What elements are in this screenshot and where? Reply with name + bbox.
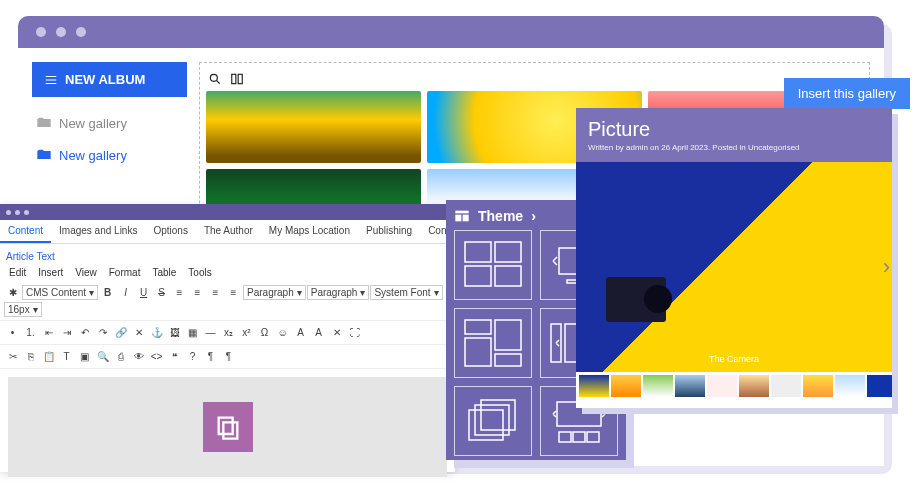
- preview-image: The Camera ›: [576, 162, 892, 372]
- svg-rect-13: [495, 320, 521, 350]
- layout-masonry[interactable]: [454, 308, 532, 378]
- strip-thumb[interactable]: [579, 375, 609, 397]
- bold-icon[interactable]: B: [99, 284, 116, 301]
- insert-gallery-button[interactable]: Insert this gallery: [784, 78, 910, 109]
- editor-toolbar-3: ✂ ⎘ 📋 T ▣ 🔍 ⎙ 👁 <> ❝ ? ¶ ¶: [0, 345, 455, 369]
- menu-tools[interactable]: Tools: [183, 265, 216, 280]
- strip-thumb[interactable]: [867, 375, 892, 397]
- select-all-icon[interactable]: ▣: [76, 348, 93, 365]
- hr-icon[interactable]: —: [202, 324, 219, 341]
- gallery-icon: [214, 413, 242, 441]
- strip-thumb[interactable]: [707, 375, 737, 397]
- preview-window: Picture Written by admin on 26 April 202…: [576, 108, 892, 408]
- menu-format[interactable]: Format: [104, 265, 146, 280]
- fullscreen-icon[interactable]: ⛶: [346, 324, 363, 341]
- svg-rect-7: [495, 242, 521, 262]
- menu-view[interactable]: View: [70, 265, 102, 280]
- strip-thumb[interactable]: [739, 375, 769, 397]
- tab-content[interactable]: Content: [0, 220, 51, 243]
- paragraph-select[interactable]: Paragraph▾: [243, 285, 306, 300]
- align-left-icon[interactable]: ≡: [171, 284, 188, 301]
- columns-icon[interactable]: [230, 72, 244, 86]
- gallery-placeholder[interactable]: [203, 402, 253, 452]
- find-icon[interactable]: 🔍: [94, 348, 111, 365]
- strip-thumb[interactable]: [835, 375, 865, 397]
- sidebar-item-gallery[interactable]: New gallery: [32, 139, 187, 171]
- bg-icon[interactable]: A: [310, 324, 327, 341]
- editor-window: Content Images and Links Options The Aut…: [0, 204, 455, 472]
- emoji-icon[interactable]: ☺: [274, 324, 291, 341]
- strip-thumb[interactable]: [771, 375, 801, 397]
- tab-maps[interactable]: My Maps Location: [261, 220, 358, 243]
- new-album-button[interactable]: NEW ALBUM: [32, 62, 187, 97]
- align-right-icon[interactable]: ≡: [207, 284, 224, 301]
- clear-icon[interactable]: ✕: [328, 324, 345, 341]
- table-icon[interactable]: ▦: [184, 324, 201, 341]
- svg-rect-2: [238, 74, 242, 83]
- svg-rect-14: [465, 338, 491, 366]
- paste-icon[interactable]: 📋: [40, 348, 57, 365]
- sub-icon[interactable]: x₂: [220, 324, 237, 341]
- code-icon[interactable]: <>: [148, 348, 165, 365]
- anchor-icon[interactable]: ⚓: [148, 324, 165, 341]
- menu-insert[interactable]: Insert: [33, 265, 68, 280]
- svg-rect-1: [232, 74, 236, 83]
- list-number-icon[interactable]: 1.: [22, 324, 39, 341]
- image-icon[interactable]: 🖼: [166, 324, 183, 341]
- strip-thumb[interactable]: [803, 375, 833, 397]
- align-justify-icon[interactable]: ≡: [225, 284, 242, 301]
- rtl-icon[interactable]: ¶: [220, 348, 237, 365]
- preview-icon[interactable]: 👁: [130, 348, 147, 365]
- strip-thumb[interactable]: [643, 375, 673, 397]
- redo-icon[interactable]: ↷: [94, 324, 111, 341]
- folder-icon: [36, 115, 52, 131]
- new-album-label: NEW ALBUM: [65, 72, 145, 87]
- tab-author[interactable]: The Author: [196, 220, 261, 243]
- print-icon[interactable]: ⎙: [112, 348, 129, 365]
- sup-icon[interactable]: x²: [238, 324, 255, 341]
- char-icon[interactable]: Ω: [256, 324, 273, 341]
- sidebar-item-gallery[interactable]: New gallery: [32, 107, 187, 139]
- next-arrow-icon[interactable]: ›: [883, 254, 890, 280]
- strike-icon[interactable]: S: [153, 284, 170, 301]
- undo-icon[interactable]: ↶: [76, 324, 93, 341]
- copy-icon[interactable]: ⎘: [22, 348, 39, 365]
- blockquote-icon[interactable]: ❝: [166, 348, 183, 365]
- tab-publishing[interactable]: Publishing: [358, 220, 420, 243]
- window-dot: [36, 27, 46, 37]
- tab-images-links[interactable]: Images and Links: [51, 220, 145, 243]
- strip-thumb[interactable]: [611, 375, 641, 397]
- strip-thumb[interactable]: [675, 375, 705, 397]
- thumbnail[interactable]: [206, 91, 421, 163]
- paste-text-icon[interactable]: T: [58, 348, 75, 365]
- size-select[interactable]: 16px▾: [4, 302, 42, 317]
- window-dot: [76, 27, 86, 37]
- menu-table[interactable]: Table: [147, 265, 181, 280]
- cut-icon[interactable]: ✂: [4, 348, 21, 365]
- ltr-icon[interactable]: ¶: [202, 348, 219, 365]
- preview-caption: The Camera: [709, 354, 759, 364]
- tab-options[interactable]: Options: [145, 220, 195, 243]
- help-icon[interactable]: ?: [184, 348, 201, 365]
- indent-icon[interactable]: ⇥: [58, 324, 75, 341]
- font-select[interactable]: System Font▾: [370, 285, 442, 300]
- joomla-icon[interactable]: ✱: [4, 284, 21, 301]
- underline-icon[interactable]: U: [135, 284, 152, 301]
- list-bullet-icon[interactable]: •: [4, 324, 21, 341]
- paragraph-select-2[interactable]: Paragraph▾: [307, 285, 370, 300]
- outdent-icon[interactable]: ⇤: [40, 324, 57, 341]
- color-icon[interactable]: A: [292, 324, 309, 341]
- svg-rect-3: [455, 211, 468, 214]
- svg-rect-15: [495, 354, 521, 366]
- cms-content-button[interactable]: CMS Content▾: [22, 285, 98, 300]
- align-center-icon[interactable]: ≡: [189, 284, 206, 301]
- layout-grid[interactable]: [454, 230, 532, 300]
- menu-edit[interactable]: Edit: [4, 265, 31, 280]
- editor-toolbar-2: • 1. ⇤ ⇥ ↶ ↷ 🔗 ✕ ⚓ 🖼 ▦ — x₂ x² Ω ☺ A A ✕…: [0, 321, 455, 345]
- search-icon[interactable]: [208, 72, 222, 86]
- unlink-icon[interactable]: ✕: [130, 324, 147, 341]
- layout-stack[interactable]: [454, 386, 532, 456]
- italic-icon[interactable]: I: [117, 284, 134, 301]
- link-icon[interactable]: 🔗: [112, 324, 129, 341]
- editor-canvas[interactable]: [8, 377, 447, 477]
